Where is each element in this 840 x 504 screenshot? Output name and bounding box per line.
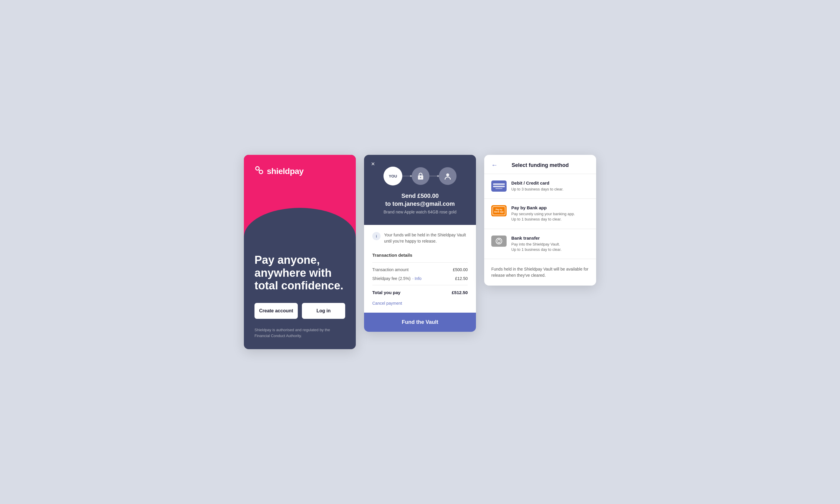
transaction-amount-row: Transaction amount £500.00 — [372, 267, 468, 272]
funding-body: Debit / Credit card Up to 3 business day… — [484, 174, 596, 286]
flow-line-2 — [429, 176, 439, 176]
svg-point-1 — [259, 170, 263, 174]
total-divider — [372, 285, 468, 285]
card-stripe-2 — [493, 186, 505, 187]
info-banner: i Your funds will be held in the Shieldp… — [372, 232, 468, 244]
bank-app-option-title: Pay by Bank app — [511, 205, 589, 210]
send-to-email: to tom.janes@gmail.com — [372, 200, 468, 207]
logo-text: shieldpay — [267, 167, 304, 176]
landing-headline: Pay anyone, anywhere with total confiden… — [254, 254, 345, 292]
info-text: Your funds will be held in the Shieldpay… — [384, 232, 468, 244]
funding-note: Funds held in the Shieldpay Vault will b… — [484, 259, 596, 278]
total-row: Total you pay £512.50 — [372, 290, 468, 295]
flow-vault-node — [412, 167, 429, 185]
transfer-option-content: Bank transfer Pay into the Shieldpay Vau… — [511, 235, 589, 252]
bank-icon-inner: Pay byBank app — [493, 206, 505, 215]
transaction-header: × YOU — [364, 155, 476, 225]
svg-point-0 — [256, 167, 259, 170]
flow-diagram: YOU — [372, 167, 468, 185]
svg-line-2 — [259, 170, 260, 171]
landing-curve — [244, 208, 356, 243]
total-label: Total you pay — [372, 290, 400, 295]
close-button[interactable]: × — [371, 161, 375, 167]
flow-line-1 — [402, 176, 412, 176]
transfer-icon — [491, 235, 506, 247]
funding-option-bank-app[interactable]: Pay byBank app Pay by Bank app Pay secur… — [484, 199, 596, 229]
card-option-content: Debit / Credit card Up to 3 business day… — [511, 180, 589, 192]
landing-footer-text: Shieldpay is authorised and regulated by… — [254, 327, 345, 339]
bank-app-icon: Pay byBank app — [491, 205, 506, 216]
landing-bottom-section: Pay anyone, anywhere with total confiden… — [244, 243, 356, 349]
funding-option-card[interactable]: Debit / Credit card Up to 3 business day… — [484, 174, 596, 199]
svg-point-5 — [446, 174, 449, 176]
transaction-footer: Fund the Vault — [364, 313, 476, 332]
card-option-title: Debit / Credit card — [511, 180, 589, 185]
fee-label-area: Shieldpay fee (2.5%) · Info — [372, 276, 422, 281]
back-button[interactable]: ← — [491, 162, 498, 168]
cancel-payment-link[interactable]: Cancel payment — [372, 301, 468, 306]
flow-you-node: YOU — [383, 167, 402, 185]
fee-row: Shieldpay fee (2.5%) · Info £12.50 — [372, 276, 468, 281]
create-account-button[interactable]: Create account — [254, 303, 298, 319]
transaction-amount-label: Transaction amount — [372, 267, 409, 272]
flow-recipient-node — [439, 167, 457, 185]
total-value: £512.50 — [452, 290, 468, 295]
transaction-to-section: Send £500.00 to tom.janes@gmail.com Bran… — [372, 193, 468, 214]
transfer-option-desc: Pay into the Shieldpay Vault.Up to 1 bus… — [511, 242, 589, 252]
person-icon — [443, 172, 452, 180]
card-icon — [491, 180, 506, 192]
bank-app-option-desc: Pay securely using your banking app.Up t… — [511, 211, 589, 222]
funding-title: Select funding method — [502, 162, 578, 168]
login-button[interactable]: Log in — [302, 303, 345, 319]
svg-point-4 — [420, 177, 421, 178]
transfer-option-title: Bank transfer — [511, 235, 589, 240]
details-title: Transaction details — [372, 253, 468, 257]
screen-funding: ← Select funding method Debit / Credit c… — [484, 155, 596, 286]
funding-option-transfer[interactable]: Bank transfer Pay into the Shieldpay Vau… — [484, 229, 596, 259]
funding-header: ← Select funding method — [484, 155, 596, 174]
fee-info-link[interactable]: · Info — [412, 276, 422, 281]
landing-buttons: Create account Log in — [254, 303, 345, 319]
fee-value: £12.50 — [455, 276, 468, 281]
logo-area: shieldpay — [254, 165, 345, 177]
info-icon: i — [372, 232, 380, 240]
screen-landing: shieldpay Pay anyone, anywhere with tota… — [244, 155, 356, 349]
screen-transaction: × YOU — [364, 155, 476, 332]
details-divider — [372, 262, 468, 263]
landing-top-section: shieldpay — [244, 155, 356, 243]
lock-icon — [416, 172, 425, 180]
fee-label: Shieldpay fee (2.5%) — [372, 276, 411, 281]
transfer-arrows-icon — [494, 236, 504, 246]
bank-app-option-content: Pay by Bank app Pay securely using your … — [511, 205, 589, 222]
card-option-desc: Up to 3 business days to clear. — [511, 187, 589, 192]
send-amount: Send £500.00 — [372, 193, 468, 199]
card-stripe-3 — [495, 188, 502, 189]
screens-container: shieldpay Pay anyone, anywhere with tota… — [244, 155, 596, 349]
transaction-amount-value: £500.00 — [453, 267, 468, 272]
bank-app-text: Pay byBank app — [494, 209, 504, 213]
card-stripe-1 — [493, 183, 505, 185]
fund-vault-button[interactable]: Fund the Vault — [364, 313, 476, 332]
transaction-description: Brand new Apple watch 64GB rose gold — [372, 210, 468, 214]
transaction-body: i Your funds will be held in the Shieldp… — [364, 225, 476, 313]
shieldpay-logo-icon — [254, 165, 264, 177]
